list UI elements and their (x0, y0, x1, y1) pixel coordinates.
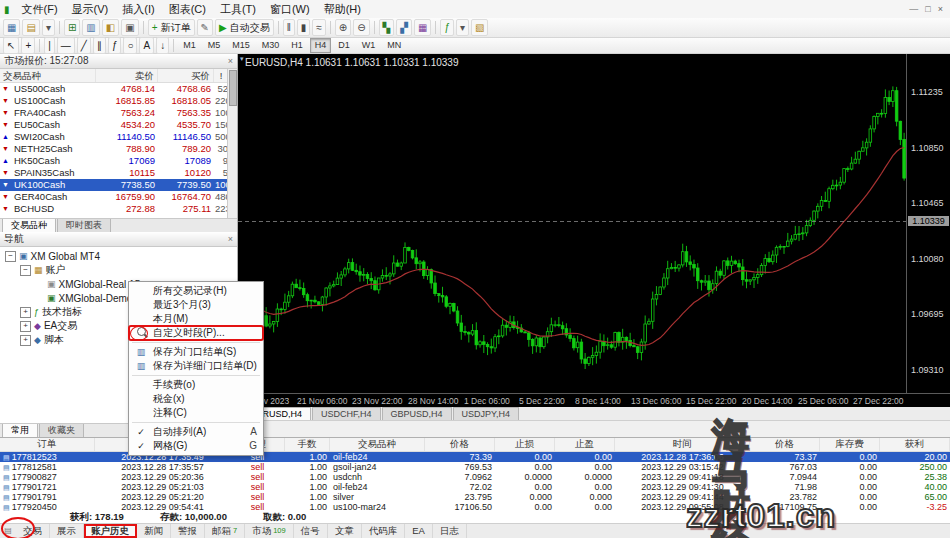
market-row-hk50cash[interactable]: ▲HK50Cash17069170899 (0, 155, 237, 167)
templates-icon[interactable]: ▧ (471, 19, 488, 36)
terminal-tab-news[interactable]: 新闻 (137, 524, 171, 538)
history-column-header[interactable]: 获利 (880, 438, 950, 451)
close-icon[interactable]: × (938, 4, 943, 14)
history-column-header[interactable]: 时间 (615, 438, 750, 451)
history-column-header[interactable]: 交易品种 (330, 438, 425, 451)
data-window-icon[interactable]: ▥ (82, 19, 99, 36)
expand-icon[interactable]: + (20, 307, 31, 318)
chart-tab-usdjpy[interactable]: USDJPY,H4 (453, 407, 519, 420)
shapes-icon[interactable]: ○ (123, 37, 137, 54)
menu-file[interactable]: 文件(F) (15, 0, 65, 18)
indicators-icon[interactable]: ƒ (440, 19, 454, 36)
terminal-tab-signals[interactable]: 信号 (294, 524, 328, 538)
line-chart-icon[interactable]: ≈ (312, 19, 326, 36)
market-watch-icon[interactable]: ⊞ (64, 19, 80, 36)
timeframe-d1[interactable]: D1 (333, 38, 355, 53)
history-row-177901721[interactable]: ▤1779017212023.12.29 05:21:03sell1.00oil… (0, 482, 950, 492)
market-row-fra40cash[interactable]: ▼FRA40Cash7563.247563.35100 (0, 107, 237, 119)
arrange-windows-icon[interactable]: ▦ (414, 19, 431, 36)
market-watch-column-header[interactable]: 买价 (158, 69, 214, 82)
history-column-header[interactable]: 价格 (425, 438, 495, 451)
arrow-tools-icon[interactable]: ↓ (156, 37, 169, 54)
context-menu-item[interactable]: 自定义时段(P)... (129, 326, 263, 340)
expand-icon[interactable]: + (20, 335, 31, 346)
chart-tab-usdchf[interactable]: USDCHF,H4 (312, 407, 381, 420)
context-menu-item[interactable]: 税金(x) (129, 392, 263, 406)
terminal-tab-history[interactable]: 账户历史 (84, 524, 137, 538)
periods-dropdown-icon[interactable]: ▾ (456, 19, 469, 36)
profiles-icon[interactable]: ▤ (22, 19, 39, 36)
context-menu-item[interactable]: 所有交易记录(H) (129, 284, 263, 298)
market-watch-column-header[interactable]: 卖价 (96, 69, 158, 82)
market-watch-tab[interactable]: 即时图表 (57, 219, 111, 233)
market-row-uk100cash[interactable]: ▼UK100Cash7738.507739.50100 (0, 179, 237, 191)
cursor-icon[interactable]: ↖ (3, 37, 19, 54)
profiles-dropdown-icon[interactable]: ▾ (42, 19, 55, 36)
context-menu-item[interactable]: ✓自动排列(A)A (129, 425, 263, 439)
candlestick-icon[interactable]: ▮ (297, 19, 311, 36)
minimize-icon[interactable]: — (909, 4, 918, 14)
bar-chart-icon[interactable]: ‖ (283, 19, 295, 36)
zoom-out-icon[interactable]: ⊖ (353, 19, 369, 36)
market-row-bchusd[interactable]: ▼BCHUSD272.88275.11223 (0, 203, 237, 215)
document-icon[interactable]: ▤ (0, 524, 16, 538)
vertical-line-icon[interactable]: | (44, 37, 55, 54)
navigator-icon[interactable]: ◧ (102, 19, 119, 36)
navigator-tab[interactable]: 常用 (2, 424, 38, 438)
close-icon[interactable]: × (228, 234, 233, 244)
market-row-swi20cash[interactable]: ▲SWI20Cash11140.5011146.50500 (0, 131, 237, 143)
auto-trading-button[interactable]: ▶自动交易 (215, 19, 274, 36)
menu-help[interactable]: 帮助(H) (317, 0, 368, 18)
terminal-tab-alerts[interactable]: 警报 (171, 524, 205, 538)
cascade-windows-icon[interactable]: ▞ (396, 19, 412, 36)
terminal-icon[interactable]: ▣ (121, 19, 138, 36)
trendline-icon[interactable]: ╱ (77, 37, 91, 54)
history-column-header[interactable]: 手数 (285, 438, 330, 451)
timeframe-m1[interactable]: M1 (178, 38, 201, 53)
menu-charts[interactable]: 图表(C) (162, 0, 213, 18)
horizontal-line-icon[interactable]: — (57, 37, 75, 54)
chart-tab-gbpusd[interactable]: GBPUSD,H4 (382, 407, 452, 420)
market-row-eu50cash[interactable]: ▼EU50Cash4534.204535.70150 (0, 119, 237, 131)
market-row-us500cash[interactable]: ▼US500Cash4768.144768.6652 (0, 83, 237, 95)
market-row-us100cash[interactable]: ▼US100Cash16815.8516818.05220 (0, 95, 237, 107)
market-watch-tab[interactable]: 交易品种 (2, 219, 56, 233)
menu-tools[interactable]: 工具(T) (213, 0, 263, 18)
terminal-tab-mailbox[interactable]: 邮箱7 (205, 524, 245, 538)
text-icon[interactable]: A (139, 37, 154, 54)
one-click-trading-icon[interactable]: ▾ (240, 55, 244, 63)
timeframe-w1[interactable]: W1 (357, 38, 381, 53)
history-column-header[interactable]: 库存费 (820, 438, 880, 451)
history-column-header[interactable]: 订单 (0, 438, 95, 451)
history-row-177900827[interactable]: ▤1779008272023.12.29 05:20:36sell1.00usd… (0, 472, 950, 482)
navigator-tab[interactable]: 收藏夹 (39, 424, 84, 438)
market-watch-scrollbar[interactable] (227, 69, 237, 219)
history-column-header[interactable]: 价格 (750, 438, 820, 451)
terminal-tab-articles[interactable]: 文章 (328, 524, 362, 538)
zoom-in-icon[interactable]: ⊕ (335, 19, 351, 36)
crosshair-icon[interactable]: + (21, 37, 35, 54)
market-watch-column-header[interactable]: 交易品种 (0, 69, 96, 82)
terminal-tab-exposure[interactable]: 展示 (50, 524, 84, 538)
timeframe-mn[interactable]: MN (382, 38, 406, 53)
scrollbar-thumb[interactable] (229, 70, 237, 106)
context-menu-item[interactable]: 手续费(o) (129, 378, 263, 392)
expand-icon[interactable]: + (20, 321, 31, 332)
new-order-button[interactable]: +新订单 (148, 19, 195, 36)
timeframe-m30[interactable]: M30 (257, 38, 285, 53)
new-chart-icon[interactable]: ▦ (3, 19, 20, 36)
history-row-177901791[interactable]: ▤1779017912023.12.29 05:21:20sell1.00sil… (0, 492, 950, 502)
market-row-ger40cash[interactable]: ▼GER40Cash16759.9016764.70480 (0, 191, 237, 203)
fibonacci-icon[interactable]: ƒ (108, 37, 122, 54)
nav-root[interactable]: −▣XM Global MT4 (0, 249, 237, 263)
nav-accounts[interactable]: −▦账户 (0, 263, 237, 277)
menu-insert[interactable]: 插入(I) (115, 0, 161, 18)
terminal-tab-trade[interactable]: 交易 (16, 524, 50, 538)
collapse-icon[interactable]: − (5, 251, 16, 262)
context-menu-item[interactable]: ▥保存为门口结单(S) (129, 345, 263, 359)
tile-windows-icon[interactable]: ▚ (379, 19, 395, 36)
context-menu-item[interactable]: 注释(C) (129, 406, 263, 420)
terminal-tab-experts[interactable]: EA (405, 524, 433, 538)
context-menu-item[interactable]: ▥保存为详细门口结单(D) (129, 359, 263, 373)
history-column-header[interactable]: 止损 (495, 438, 555, 451)
